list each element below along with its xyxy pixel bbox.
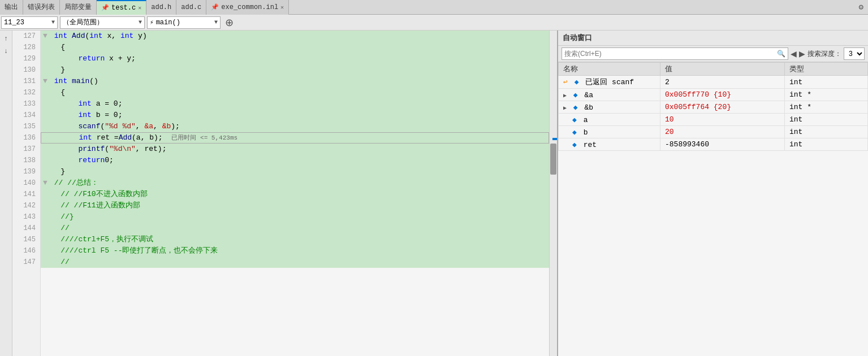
code-line-131: ▼ int main() xyxy=(41,76,549,87)
code-line-137: printf("%d\n", ret); xyxy=(41,144,549,155)
tab-add-c[interactable]: add.c xyxy=(176,0,206,15)
line-number-136: 136 xyxy=(17,132,36,144)
code-lines[interactable]: ▼ int Add(int x, int y) { return x + y; … xyxy=(41,31,549,356)
code-line-138: return 0; xyxy=(41,155,549,166)
tab-exe-common[interactable]: 📌 exe_common.inl ✕ xyxy=(206,0,289,15)
tab-test-c[interactable]: 📌 test.c ✕ xyxy=(97,0,146,15)
search-input-wrapper[interactable]: 🔍 xyxy=(562,47,788,60)
code-line-136: ➡ int ret = Add(a, b); 已用时间 <= 5,423ms xyxy=(41,132,549,144)
line-numbers: 127 128 129 130 131 132 133 134 135 136 … xyxy=(12,31,41,356)
var-value-a: 10 xyxy=(660,114,785,126)
line-number-138: 138 xyxy=(17,155,36,166)
search-input[interactable] xyxy=(564,50,777,58)
line-number-144: 144 xyxy=(17,223,36,234)
var-diamond-icon-bv: ◆ xyxy=(572,128,577,137)
var-table: 名称 值 类型 ↩ ◆ 已返回 scanf 2 xyxy=(558,62,868,151)
var-value-a-ptr-text: 0x005ff770 {10} xyxy=(665,90,731,99)
expand-icon-a[interactable]: ▶ xyxy=(563,93,567,99)
var-name-b-ptr-label: &b xyxy=(584,103,593,112)
tab-add-c-label: add.c xyxy=(181,3,201,11)
var-name-b: ◆ b xyxy=(559,126,660,138)
expand-icon-b[interactable]: ▶ xyxy=(563,105,567,111)
var-value-b-ptr-text: 0x005ff764 {20} xyxy=(665,103,731,111)
var-value-scanf-text: 2 xyxy=(665,78,670,86)
auto-window-header: 自动窗口 xyxy=(558,31,868,46)
tab-add-h[interactable]: add.h xyxy=(146,0,176,15)
code-line-145: ////ctrl+F5，执行不调试 xyxy=(41,234,549,245)
code-editor[interactable]: 127 128 129 130 131 132 133 134 135 136 … xyxy=(12,31,549,356)
sidebar-up-icon[interactable]: ↑ xyxy=(4,33,8,45)
pin-icon: 📌 xyxy=(101,4,109,11)
code-line-142: // //F11进入函数内部 xyxy=(41,200,549,211)
code-line-128: { xyxy=(41,42,549,53)
var-value-b-ptr: 0x005ff764 {20} xyxy=(660,101,785,114)
var-value-a-ptr: 0x005ff770 {10} xyxy=(660,89,785,101)
code-line-132: { xyxy=(41,87,549,98)
tab-test-c-label: test.c xyxy=(111,4,136,12)
code-line-139: } xyxy=(41,166,549,177)
line-number-134: 134 xyxy=(17,110,36,121)
search-prev-button[interactable]: ◀ xyxy=(791,49,797,58)
tab-output[interactable]: 输出 xyxy=(0,0,23,15)
var-type-b-ptr: int * xyxy=(785,101,868,114)
sidebar-down-icon[interactable]: ↓ xyxy=(4,45,8,58)
depth-select[interactable]: 3 1 2 4 5 xyxy=(844,47,865,60)
line-number-137: 137 xyxy=(17,144,36,155)
vertical-scrollbar[interactable] xyxy=(549,31,557,356)
auto-window-title: 自动窗口 xyxy=(563,34,592,42)
location-value: 11_23 xyxy=(4,19,24,27)
var-name-a: ◆ a xyxy=(559,114,660,126)
code-line-134: int b = 0; xyxy=(41,110,549,121)
line-number-142: 142 xyxy=(17,200,36,211)
table-row: ◆ ret -858993460 int xyxy=(559,138,868,151)
tab-exe-common-label: exe_common.inl xyxy=(221,3,278,11)
code-line-127: ▼ int Add(int x, int y) xyxy=(41,31,549,42)
table-row: ↩ ◆ 已返回 scanf 2 int xyxy=(559,76,868,89)
line-number-147: 147 xyxy=(17,257,36,268)
auto-window: 自动窗口 🔍 ◀ ▶ 搜索深度： 3 1 2 4 5 xyxy=(557,31,868,356)
expand-button[interactable]: ⊕ xyxy=(222,15,237,30)
var-name-ret-label: ret xyxy=(584,141,597,149)
toolbar: 11_23 ▼ （全局范围） ▼ ⚡ main() ▼ ⊕ xyxy=(0,15,868,31)
var-value-a-text: 10 xyxy=(665,115,674,124)
pin-icon-2: 📌 xyxy=(211,3,219,11)
line-number-130: 130 xyxy=(17,64,36,76)
line-number-127: 127 xyxy=(17,31,36,42)
col-name: 名称 xyxy=(559,63,660,76)
var-name-a-ptr: ▶ ◆ &a xyxy=(559,89,660,101)
search-bar: 🔍 ◀ ▶ 搜索深度： 3 1 2 4 5 xyxy=(558,46,868,62)
variables-table: 名称 值 类型 ↩ ◆ 已返回 scanf 2 xyxy=(558,62,868,356)
var-name-scanf: ↩ ◆ 已返回 scanf xyxy=(559,76,660,89)
search-next-button[interactable]: ▶ xyxy=(799,49,805,58)
code-line-147: // xyxy=(41,257,549,268)
var-value-ret-text: -858993460 xyxy=(665,140,709,149)
line-number-143: 143 xyxy=(17,211,36,223)
var-value-b: 20 xyxy=(660,126,785,138)
var-name-b-ptr: ▶ ◆ &b xyxy=(559,101,660,114)
var-name-a-ptr-label: &a xyxy=(584,91,593,99)
scrollbar-thumb[interactable] xyxy=(550,144,556,175)
var-name-b-label: b xyxy=(584,128,588,137)
scope-value: （全局范围） xyxy=(63,18,103,27)
returned-icon: ↩ xyxy=(563,78,568,86)
var-type-a: int xyxy=(785,114,868,126)
tab-error-list[interactable]: 错误列表 xyxy=(23,0,60,15)
tab-exe-common-close[interactable]: ✕ xyxy=(280,4,284,11)
table-row: ◆ b 20 int xyxy=(559,126,868,138)
tab-test-c-close[interactable]: ✕ xyxy=(138,5,141,11)
line-number-145: 145 xyxy=(17,234,36,245)
tab-locals[interactable]: 局部变量 xyxy=(60,0,97,15)
var-type-b: int xyxy=(785,126,868,138)
var-value-ret: -858993460 xyxy=(660,138,785,151)
table-row: ◆ a 10 int xyxy=(559,114,868,126)
tab-settings-icon[interactable]: ⚙ xyxy=(854,2,868,12)
tab-bar: 输出 错误列表 局部变量 📌 test.c ✕ add.h add.c 📌 ex… xyxy=(0,0,868,15)
code-line-133: int a = 0; xyxy=(41,98,549,110)
line-number-128: 128 xyxy=(17,42,36,53)
search-icon: 🔍 xyxy=(777,50,785,58)
table-row: ▶ ◆ &a 0x005ff770 {10} int * xyxy=(559,89,868,101)
var-diamond-icon-ret: ◆ xyxy=(572,141,577,149)
code-line-146: ////ctrl F5 --即使打了断点，也不会停下来 xyxy=(41,245,549,257)
perf-tooltip: 已用时间 <= 5,423ms xyxy=(171,132,237,144)
var-diamond-icon-a: ◆ xyxy=(573,91,578,99)
